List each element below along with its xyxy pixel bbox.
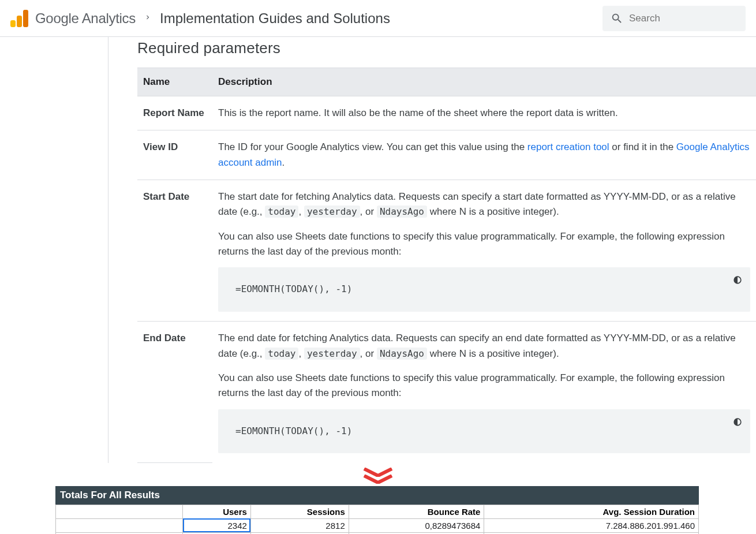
code-block: =EOMONTH(TODAY(), -1) — [218, 267, 750, 312]
section-heading: Required parameters — [137, 37, 756, 57]
param-desc: The end date for fetching Analytics data… — [212, 322, 756, 463]
sheet-cell-users[interactable]: 2342 — [183, 518, 251, 532]
theme-toggle-icon[interactable] — [731, 415, 744, 429]
sheet-cell-bounce[interactable]: 0,8289473684 — [349, 518, 484, 532]
sheet-col-users: Users — [183, 505, 251, 518]
search-box[interactable] — [602, 6, 746, 31]
table-row: Report Name This is the report name. It … — [137, 96, 756, 130]
sheet-cell-sessions[interactable]: 2812 — [250, 518, 349, 532]
param-name: Report Name — [137, 96, 212, 130]
search-input[interactable] — [629, 13, 738, 24]
link-report-creation-tool[interactable]: report creation tool — [527, 141, 609, 152]
sheet-col-duration: Avg. Session Duration — [484, 505, 699, 518]
main-content: Required parameters Name Description Rep… — [108, 37, 756, 463]
brand-text: Google Analytics — [35, 10, 136, 27]
param-name: Start Date — [137, 180, 212, 322]
col-header-description: Description — [212, 68, 756, 96]
sheet-blank-header — [56, 505, 183, 518]
sheet-col-sessions: Sessions — [250, 505, 349, 518]
param-desc: This is the report name. It will also be… — [212, 96, 756, 130]
code-inline: yesterday — [304, 348, 360, 360]
table-row: View ID The ID for your Google Analytics… — [137, 130, 756, 180]
code-inline: yesterday — [304, 206, 360, 218]
sheet-cell-duration[interactable]: 7.284.886.201.991.460 — [484, 518, 699, 532]
chevron-down-double-icon — [0, 468, 756, 484]
brand-block[interactable]: Google Analytics — [10, 10, 136, 27]
totals-header: Totals For All Results — [55, 486, 699, 505]
page-title: Implementation Guides and Solutions — [160, 10, 390, 27]
site-header: Google Analytics Implementation Guides a… — [0, 0, 756, 37]
param-desc: The start date for fetching Analytics da… — [212, 180, 756, 322]
theme-toggle-icon[interactable] — [731, 273, 744, 287]
table-row: Start Date The start date for fetching A… — [137, 180, 756, 322]
left-sidebar — [0, 37, 108, 463]
search-icon — [611, 12, 623, 25]
analytics-logo-icon — [10, 10, 28, 27]
code-inline: NdaysAgo — [377, 348, 427, 360]
sheet-table: Users Sessions Bounce Rate Avg. Session … — [55, 505, 699, 534]
sheet-col-bounce: Bounce Rate — [349, 505, 484, 518]
code-inline: today — [265, 348, 298, 360]
parameters-table: Name Description Report Name This is the… — [137, 68, 756, 463]
param-name: End Date — [137, 322, 212, 463]
code-block: =EOMONTH(TODAY(), -1) — [218, 409, 750, 454]
sheet-cell[interactable] — [56, 518, 183, 532]
col-header-name: Name — [137, 68, 212, 96]
code-inline: today — [265, 206, 298, 218]
spreadsheet-preview: Totals For All Results Users Sessions Bo… — [0, 486, 756, 534]
table-row: End Date The end date for fetching Analy… — [137, 322, 756, 463]
code-inline: NdaysAgo — [377, 206, 427, 218]
param-desc: The ID for your Google Analytics view. Y… — [212, 130, 756, 180]
chevron-right-icon — [144, 13, 152, 24]
param-name: View ID — [137, 130, 212, 180]
